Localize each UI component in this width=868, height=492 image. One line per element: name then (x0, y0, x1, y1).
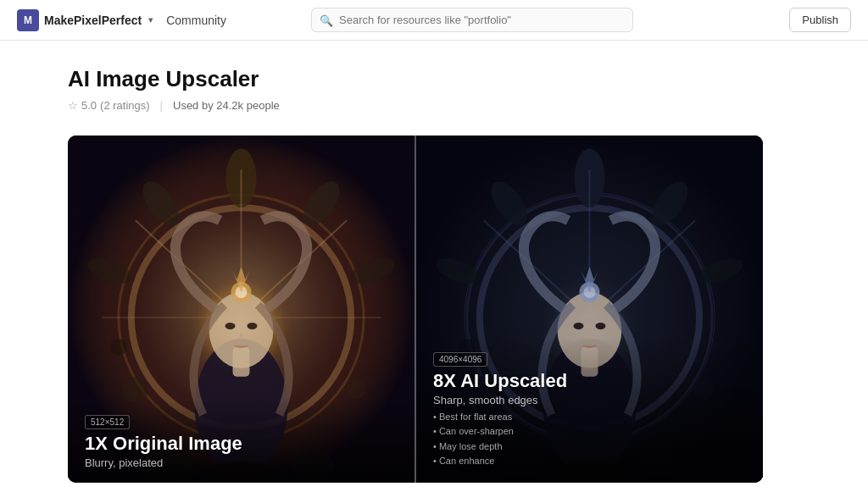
svg-point-17 (209, 292, 274, 368)
logo-avatar: M (17, 9, 39, 31)
left-image-subtitle: Blurry, pixelated (85, 456, 398, 469)
community-nav[interactable]: Community (166, 14, 226, 27)
svg-point-24 (110, 339, 127, 356)
chevron-down-icon: ▾ (148, 15, 153, 25)
right-bullets-list: Best for flat areasCan over-sharpenMay l… (433, 410, 746, 469)
svg-point-23 (345, 379, 365, 400)
publish-button[interactable]: Publish (789, 8, 851, 32)
left-image-label: 512×512 1X Original Image Blurry, pixela… (68, 400, 415, 483)
svg-point-46 (595, 323, 605, 329)
search-input[interactable] (311, 8, 633, 32)
search-icon: 🔍 (320, 14, 333, 26)
rating-display: ☆ 5.0 (2 ratings) (68, 99, 150, 112)
main-content: AI Image Upscaler ☆ 5.0 (2 ratings) | Us… (0, 41, 868, 492)
svg-point-19 (247, 323, 257, 329)
brand-name: MakePixelPerfect (44, 14, 142, 27)
bullet-item: Can enhance (433, 454, 746, 469)
brand-logo[interactable]: M MakePixelPerfect ▾ (17, 9, 153, 31)
separator: | (160, 99, 163, 112)
svg-point-18 (225, 323, 236, 329)
svg-point-22 (123, 377, 148, 402)
meta-row: ☆ 5.0 (2 ratings) | Used by 24.2k people (68, 99, 800, 112)
right-image-label: 4096×4096 8X AI Upscaled Sharp, smooth e… (416, 337, 763, 483)
star-icon: ☆ (68, 99, 78, 112)
rating-value: 5.0 (81, 99, 97, 112)
right-size-badge: 4096×4096 (433, 352, 487, 367)
used-by-text: Used by 24.2k people (173, 99, 280, 112)
rating-count: (2 ratings) (100, 99, 150, 112)
page-title: AI Image Upscaler (68, 66, 800, 92)
search-container: 🔍 (311, 8, 633, 32)
svg-point-45 (574, 323, 584, 329)
top-header: M MakePixelPerfect ▾ Community 🔍 Publish (0, 0, 868, 41)
image-comparison: 512×512 1X Original Image Blurry, pixela… (68, 135, 763, 483)
original-image-panel: 512×512 1X Original Image Blurry, pixela… (68, 135, 415, 483)
bullet-item: May lose depth (433, 439, 746, 455)
right-image-subtitle: Sharp, smooth edges (433, 394, 746, 406)
left-size-badge: 512×512 (85, 415, 130, 429)
upscaled-image-panel: 4096×4096 8X AI Upscaled Sharp, smooth e… (415, 135, 763, 483)
right-image-title: 8X AI Upscaled (433, 370, 746, 392)
bullet-item: Can over-sharpen (433, 424, 746, 439)
left-image-title: 1X Original Image (85, 433, 398, 455)
bullet-item: Best for flat areas (433, 410, 746, 425)
